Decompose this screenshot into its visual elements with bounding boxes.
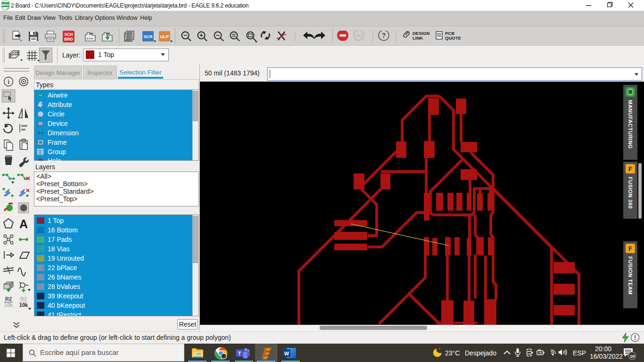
- svg-text:BRD: BRD: [1, 3, 9, 7]
- svg-text:i: i: [8, 78, 9, 85]
- svg-text:SCH: SCH: [65, 32, 73, 37]
- svg-text:10k: 10k: [4, 302, 13, 308]
- svg-text:LINK: LINK: [413, 35, 423, 41]
- svg-text:T: T: [238, 351, 241, 356]
- svg-text:R2: R2: [20, 296, 27, 302]
- svg-text:SCR: SCR: [143, 34, 153, 39]
- svg-text:GO: GO: [355, 33, 362, 38]
- svg-text:R2: R2: [5, 296, 12, 302]
- svg-text:W: W: [284, 351, 289, 356]
- svg-text:F: F: [628, 245, 632, 252]
- svg-text:QUOTE: QUOTE: [445, 35, 461, 41]
- svg-text:10k: 10k: [19, 302, 28, 308]
- svg-text:A: A: [19, 217, 28, 230]
- svg-text:F: F: [628, 165, 632, 173]
- svg-text:?: ?: [382, 32, 386, 39]
- svg-text:10: 10: [630, 354, 635, 359]
- svg-text:ULP: ULP: [160, 34, 169, 39]
- svg-text:BRD: BRD: [64, 37, 73, 41]
